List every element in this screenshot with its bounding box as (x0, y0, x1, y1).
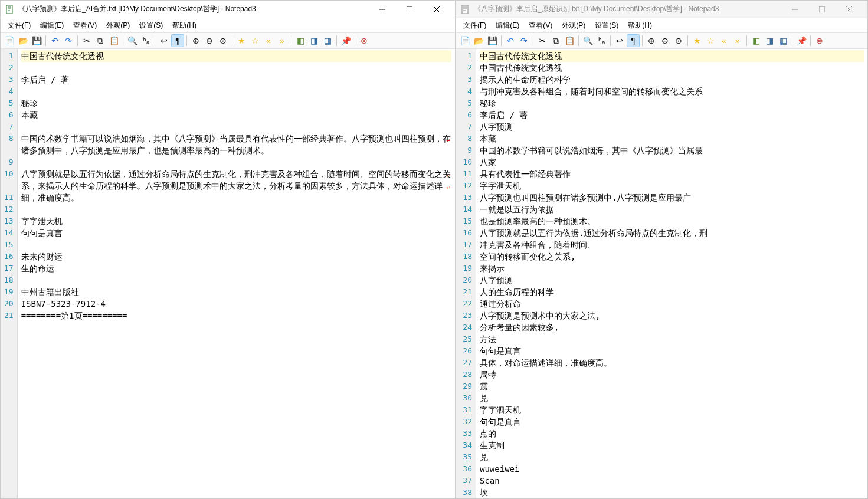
text-line[interactable]: 秘珍 (480, 97, 864, 109)
text-line[interactable]: 中国古代传统文化透视 (21, 50, 451, 62)
text-line[interactable]: 本藏 (21, 109, 451, 121)
zoom-in-icon[interactable]: ⊕ (189, 34, 202, 47)
text-line[interactable]: 句句是真言 (480, 345, 864, 357)
text-line[interactable]: 空间的转移而变化之关系, (480, 251, 864, 262)
zoom-out-icon[interactable]: ⊖ (203, 34, 216, 47)
marker2-icon[interactable]: ◨ (763, 34, 776, 47)
replace-icon[interactable]: ʰₐ (139, 34, 152, 47)
text-line[interactable]: wuweiwei (480, 463, 864, 475)
text-line[interactable]: 兑 (480, 451, 864, 463)
copy-icon[interactable]: ⧉ (94, 34, 107, 47)
save-icon[interactable]: 💾 (30, 34, 43, 47)
text-line[interactable]: 八字预测就是以五行为依据.通过分析命局特点的生克制化，刑 (480, 227, 864, 239)
bookmark-next-icon[interactable]: » (731, 34, 744, 47)
text-line[interactable]: 坎 (480, 487, 864, 498)
text-line[interactable]: ========第1页========= (21, 310, 451, 321)
text-line[interactable]: 字字泄天机 (480, 180, 864, 192)
text-line[interactable]: 一就是以五行为依据 (480, 203, 864, 215)
text-line[interactable] (21, 156, 451, 168)
zoom-reset-icon[interactable]: ⊙ (217, 34, 230, 47)
text-line[interactable]: 冲克害及各种组合，随着时间、 (480, 239, 864, 251)
find-icon[interactable]: 🔍 (581, 34, 594, 47)
titlebar-right[interactable]: 《八字预测》李后启_原始识别.txt [D:\My Document\Deskt… (456, 1, 867, 18)
bookmark-add-icon[interactable]: ☆ (248, 34, 261, 47)
text-line[interactable]: 字字泄天机 (21, 215, 451, 227)
text-line[interactable]: 方法 (480, 333, 864, 345)
text-line[interactable]: Scan (480, 475, 864, 487)
text-line[interactable]: 中州古籍出版社 (21, 286, 451, 298)
text-line[interactable]: 具体，对命运描述详细，准确度高。 (480, 357, 864, 369)
text-line[interactable]: 秘珍 (21, 97, 451, 109)
text-line[interactable]: 具有代表性一部经典著作 (480, 168, 864, 180)
redo-icon[interactable]: ↷ (62, 34, 75, 47)
text-line[interactable]: 生克制 (480, 439, 864, 451)
marker3-icon[interactable]: ▦ (321, 34, 334, 47)
zoom-out-icon[interactable]: ⊖ (659, 34, 672, 47)
text-line[interactable]: 分析考量的因素较多, (480, 321, 864, 333)
marker3-icon[interactable]: ▦ (777, 34, 790, 47)
text-line[interactable]: 局特 (480, 369, 864, 380)
text-line[interactable]: 生的命运 (21, 262, 451, 274)
menu-view[interactable]: 查看(V) (68, 19, 101, 32)
whitespace-icon[interactable]: ¶ (171, 34, 184, 47)
minimize-button[interactable] (781, 1, 808, 18)
text-line[interactable]: 李后启 / 著 (480, 109, 864, 121)
find-icon[interactable]: 🔍 (126, 34, 139, 47)
menu-help[interactable]: 帮助(H) (168, 19, 201, 32)
text-line[interactable]: 也是预测率最高的一种预测术。 (480, 215, 864, 227)
text-line[interactable]: 与刑冲克害及各种组合，随着时间和空间的转移而变化之关系 (480, 86, 864, 97)
text-line[interactable]: 中国古代传统文化透视 (480, 62, 864, 74)
text-content-right[interactable]: 中国古代传统文化透视中国古代传统文化透视揭示人的生命历程的科学与刑冲克害及各种组… (476, 49, 867, 498)
editor-right[interactable]: 1234567891011121314151617181920212223242… (456, 49, 867, 498)
close-file-icon[interactable]: ⊗ (813, 34, 826, 47)
menu-appearance[interactable]: 外观(P) (101, 19, 135, 32)
zoom-in-icon[interactable]: ⊕ (645, 34, 658, 47)
titlebar-left[interactable]: 《八字预测》李后启_AI合并.txt [D:\My Document\Deskt… (1, 1, 455, 18)
text-line[interactable]: 句句是真言 (480, 416, 864, 428)
text-line[interactable] (21, 321, 451, 333)
bookmark-add-icon[interactable]: ☆ (704, 34, 717, 47)
maximize-button[interactable] (808, 1, 836, 18)
text-line[interactable]: 震 (480, 380, 864, 392)
close-button[interactable] (836, 1, 863, 18)
text-line[interactable] (21, 274, 451, 286)
text-line[interactable]: 兑 (480, 392, 864, 404)
text-line[interactable]: 句句是真言 (21, 227, 451, 239)
text-content-left[interactable]: 中国古代传统文化透视李后启 / 著秘珍本藏中国的术数学书籍可以说浩如烟海，其中《… (18, 49, 455, 498)
text-line[interactable] (21, 203, 451, 215)
marker2-icon[interactable]: ◨ (307, 34, 320, 47)
bookmark-star-icon[interactable]: ★ (235, 34, 248, 47)
pin-icon[interactable]: 📌 (795, 34, 808, 47)
new-file-icon[interactable]: 📄 (458, 34, 471, 47)
menu-appearance[interactable]: 外观(P) (557, 19, 590, 32)
text-line[interactable]: 通过分析命 (480, 298, 864, 310)
cut-icon[interactable]: ✂ (536, 34, 549, 47)
text-line[interactable]: 揭示人的生命历程的科学 (480, 74, 864, 86)
menu-view[interactable]: 查看(V) (524, 19, 557, 32)
text-line[interactable]: 中国的术数学书籍可以说浩如烟海，其中《八字预测》当属最具有代表性的一部经典著作。… (21, 133, 451, 156)
paste-icon[interactable]: 📋 (107, 34, 120, 47)
text-line[interactable] (21, 239, 451, 251)
text-line[interactable]: 八字预测也叫四柱预测在诸多预测中.八字预测是应用最广 (480, 192, 864, 203)
undo-icon[interactable]: ↶ (504, 34, 517, 47)
zoom-reset-icon[interactable]: ⊙ (672, 34, 685, 47)
text-line[interactable]: 未来的财运 (21, 251, 451, 262)
text-line[interactable]: 本藏 (480, 133, 864, 145)
text-line[interactable] (21, 62, 451, 74)
menu-edit[interactable]: 编辑(E) (35, 19, 68, 32)
close-button[interactable] (423, 1, 450, 18)
menu-file[interactable]: 文件(F) (458, 19, 491, 32)
menu-settings[interactable]: 设置(S) (590, 19, 623, 32)
new-file-icon[interactable]: 📄 (3, 34, 16, 47)
paste-icon[interactable]: 📋 (563, 34, 576, 47)
bookmark-prev-icon[interactable]: « (718, 34, 731, 47)
word-wrap-icon[interactable]: ↩ (613, 34, 626, 47)
bookmark-next-icon[interactable]: » (276, 34, 289, 47)
bookmark-star-icon[interactable]: ★ (690, 34, 703, 47)
marker1-icon[interactable]: ◧ (294, 34, 307, 47)
open-file-icon[interactable]: 📂 (472, 34, 485, 47)
minimize-button[interactable] (369, 1, 396, 18)
redo-icon[interactable]: ↷ (517, 34, 530, 47)
cut-icon[interactable]: ✂ (80, 34, 93, 47)
text-line[interactable]: 李后启 / 著 (21, 74, 451, 86)
